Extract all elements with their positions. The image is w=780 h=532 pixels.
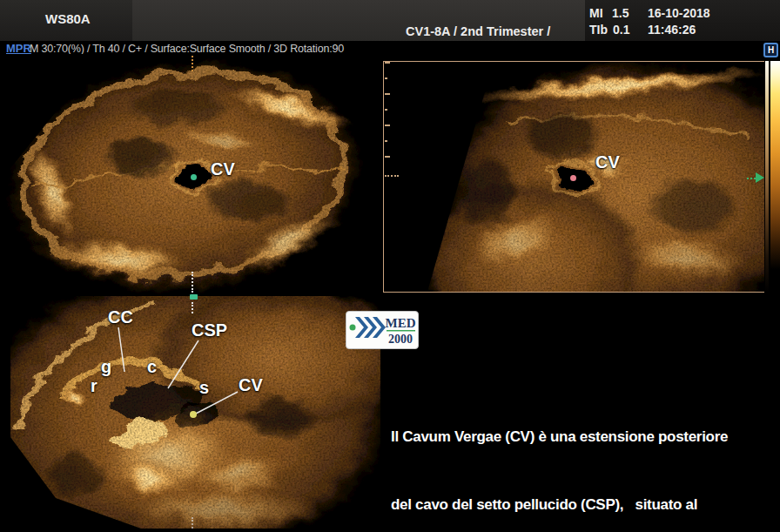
colorbar-amber bbox=[770, 61, 780, 293]
reference-line-dotted-top bbox=[192, 56, 193, 71]
probe-preset: CV1-8A / 2nd Trimester / bbox=[406, 24, 550, 38]
measurement-dot-yellow[interactable] bbox=[190, 411, 197, 418]
date: 16-10-2018 bbox=[648, 6, 710, 20]
logo-graphic: MED 2000 bbox=[346, 312, 418, 348]
time: 11:46:26 bbox=[648, 23, 696, 37]
ultrasound-texture bbox=[0, 54, 376, 296]
statusbar: MPR M 30:70(%) / Th 40 / C+ / Surface:Su… bbox=[0, 41, 780, 55]
caption-line-1: Il Cavum Vergae (CV) è una estensione po… bbox=[391, 426, 728, 448]
axis-marker-green[interactable] bbox=[190, 294, 198, 300]
logo-underline bbox=[387, 330, 415, 332]
ruler-tick bbox=[385, 93, 390, 95]
cursor-dot-pink[interactable] bbox=[570, 175, 576, 181]
colorbar-marker-tail bbox=[747, 178, 756, 179]
med2000-logo: MED 2000 bbox=[346, 311, 419, 349]
ruler-tick bbox=[385, 156, 390, 158]
cursor-dot-green[interactable] bbox=[191, 174, 197, 180]
cv-label-top-right: CV bbox=[595, 153, 620, 171]
cv-label-top-left: CV bbox=[211, 160, 235, 178]
reference-line-dotted-mid bbox=[192, 272, 193, 293]
annotation-cc: CC bbox=[108, 308, 133, 326]
caption-line-2: del cavo del setto pellucido (CSP), situ… bbox=[391, 494, 728, 516]
focus-marker[interactable] bbox=[385, 175, 399, 177]
annotation-s: s bbox=[199, 379, 209, 396]
reference-line-dotted-bottom bbox=[192, 517, 193, 529]
home-icon[interactable]: H bbox=[763, 43, 778, 57]
reference-line-dotted-lower bbox=[192, 302, 193, 313]
tib-value: 0.1 bbox=[613, 23, 629, 37]
mi-value: 1.5 bbox=[612, 6, 629, 20]
colorbar-gray bbox=[765, 61, 769, 293]
caption: Il Cavum Vergae (CV) è una estensione po… bbox=[391, 380, 728, 532]
logo-arrows-icon bbox=[355, 317, 386, 338]
topbar: WS80A CV1-8A / 2nd Trimester / MI 1.5 TI… bbox=[0, 0, 780, 41]
mpr-mode-label[interactable]: MPR bbox=[6, 42, 31, 55]
leader-line-csp bbox=[168, 340, 198, 388]
ultrasound-screen: WS80A CV1-8A / 2nd Trimester / MI 1.5 TI… bbox=[0, 0, 780, 532]
ruler-tick bbox=[385, 140, 387, 142]
logo-text-med: MED bbox=[386, 316, 416, 330]
ruler-tick bbox=[385, 109, 387, 111]
annotation-csp: CSP bbox=[192, 321, 227, 339]
annotation-c: c bbox=[147, 358, 157, 375]
ruler-tick bbox=[385, 77, 387, 79]
render-params: M 30:70(%) / Th 40 / C+ / Surface:Surfac… bbox=[30, 43, 344, 55]
tib-label: TIb bbox=[589, 23, 608, 37]
annotation-r: r bbox=[91, 377, 98, 394]
machine-model: WS80A bbox=[45, 11, 91, 26]
ruler-tick bbox=[385, 125, 390, 126]
annotation-g: g bbox=[101, 358, 111, 375]
mi-label: MI bbox=[589, 6, 603, 20]
leader-line-cc bbox=[118, 327, 124, 372]
annotation-cv: CV bbox=[239, 376, 263, 394]
logo-dot bbox=[350, 325, 356, 331]
ruler-tick bbox=[385, 62, 390, 64]
ultrasound-texture bbox=[419, 62, 764, 292]
colorbar-marker-arrow[interactable] bbox=[756, 172, 764, 183]
logo-text-2000: 2000 bbox=[388, 333, 413, 346]
